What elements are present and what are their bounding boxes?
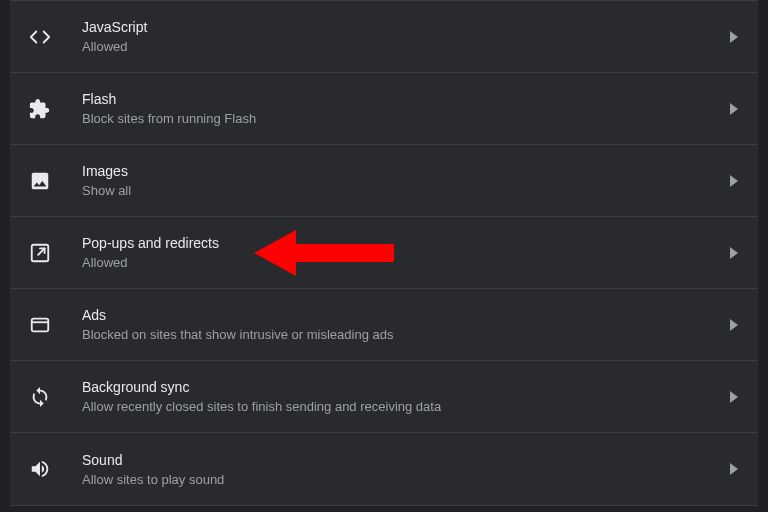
code-icon <box>26 23 54 51</box>
chevron-right-icon <box>730 463 738 475</box>
chevron-right-icon <box>730 103 738 115</box>
setting-row-flash[interactable]: Flash Block sites from running Flash <box>10 73 758 145</box>
setting-title: Pop-ups and redirects <box>82 235 730 251</box>
setting-title: Flash <box>82 91 730 107</box>
setting-title: Background sync <box>82 379 730 395</box>
setting-texts: Flash Block sites from running Flash <box>82 91 730 126</box>
settings-page: JavaScript Allowed Flash Block sites fro… <box>0 0 768 512</box>
setting-title: Images <box>82 163 730 179</box>
setting-subtitle: Allowed <box>82 255 730 270</box>
sound-icon <box>26 455 54 483</box>
setting-subtitle: Allow sites to play sound <box>82 472 730 487</box>
setting-subtitle: Allowed <box>82 39 730 54</box>
setting-texts: Pop-ups and redirects Allowed <box>82 235 730 270</box>
setting-row-popups[interactable]: Pop-ups and redirects Allowed <box>10 217 758 289</box>
setting-texts: Sound Allow sites to play sound <box>82 452 730 487</box>
setting-row-ads[interactable]: Ads Blocked on sites that show intrusive… <box>10 289 758 361</box>
setting-row-javascript[interactable]: JavaScript Allowed <box>10 1 758 73</box>
setting-row-sound[interactable]: Sound Allow sites to play sound <box>10 433 758 505</box>
setting-texts: Ads Blocked on sites that show intrusive… <box>82 307 730 342</box>
setting-row-images[interactable]: Images Show all <box>10 145 758 217</box>
chevron-right-icon <box>730 31 738 43</box>
chevron-right-icon <box>730 175 738 187</box>
setting-texts: Background sync Allow recently closed si… <box>82 379 730 414</box>
popup-icon <box>26 239 54 267</box>
sync-icon <box>26 383 54 411</box>
setting-subtitle: Block sites from running Flash <box>82 111 730 126</box>
setting-title: Sound <box>82 452 730 468</box>
image-icon <box>26 167 54 195</box>
svg-rect-1 <box>32 318 49 331</box>
setting-subtitle: Show all <box>82 183 730 198</box>
setting-subtitle: Blocked on sites that show intrusive or … <box>82 327 730 342</box>
chevron-right-icon <box>730 247 738 259</box>
setting-texts: Images Show all <box>82 163 730 198</box>
window-icon <box>26 311 54 339</box>
setting-texts: JavaScript Allowed <box>82 19 730 54</box>
setting-row-background-sync[interactable]: Background sync Allow recently closed si… <box>10 361 758 433</box>
setting-title: JavaScript <box>82 19 730 35</box>
puzzle-icon <box>26 95 54 123</box>
content-settings-list: JavaScript Allowed Flash Block sites fro… <box>10 0 758 506</box>
setting-title: Ads <box>82 307 730 323</box>
chevron-right-icon <box>730 319 738 331</box>
chevron-right-icon <box>730 391 738 403</box>
setting-subtitle: Allow recently closed sites to finish se… <box>82 399 730 414</box>
